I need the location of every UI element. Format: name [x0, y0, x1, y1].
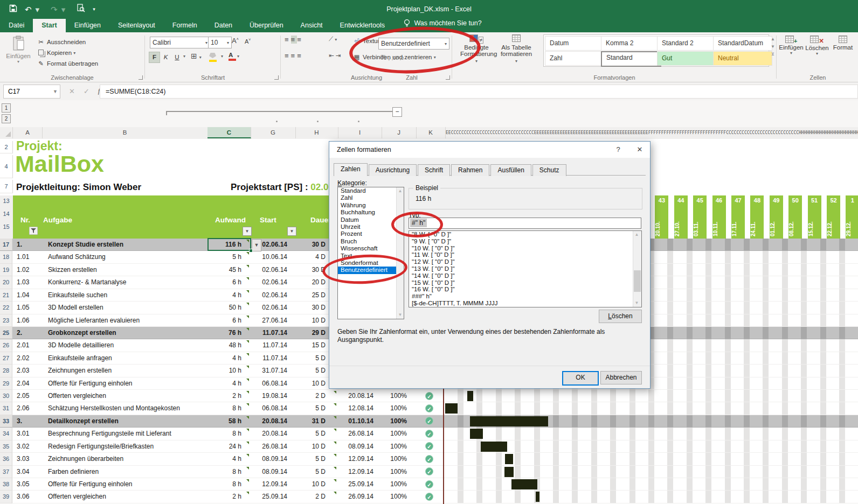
cell-start[interactable]: 12.09.14 [250, 478, 295, 491]
category-item-prozent[interactable]: Prozent [338, 230, 404, 237]
cell-effort[interactable]: 8 h [207, 428, 250, 440]
cell-task[interactable]: Einkaufsteile anfragen [41, 352, 207, 365]
font-size-select[interactable]: 10▾ [208, 37, 232, 48]
ribbon-tab-entwicklertools[interactable]: Entwicklertools [331, 19, 393, 32]
cell-duration[interactable]: 5 D [295, 402, 337, 415]
borders-icon[interactable]: ⊞ ▾ [191, 52, 202, 60]
formula-input[interactable]: =SUMME(C18:C24) [100, 85, 858, 99]
style-cell-gut[interactable]: Gut [657, 51, 716, 66]
vertical-align-icons[interactable]: ≡≡≡ [285, 36, 303, 44]
cell-end[interactable]: 12.08.14 [337, 402, 381, 415]
cell-effort[interactable]: 2 h [207, 491, 250, 503]
underline-button[interactable]: U [171, 52, 183, 63]
cell-percent[interactable]: 100% [381, 428, 416, 440]
cell-task[interactable]: Aufwand Schätzung [41, 251, 207, 263]
gantt-week-50[interactable]: 5008.12. [788, 195, 802, 239]
dialog-help-button[interactable]: ? [608, 142, 628, 158]
cell-nr[interactable]: 3. [12, 415, 41, 428]
cancel-button[interactable]: Abbrechen [600, 371, 642, 384]
row-header-4[interactable]: 4 [0, 155, 13, 178]
row-header-30[interactable]: 30 [0, 390, 12, 402]
dialog-tab-schutz[interactable]: Schutz [532, 164, 566, 176]
underline-dropdown-icon[interactable]: ▾ [183, 54, 185, 59]
cell-duration[interactable]: 10 D [295, 440, 337, 453]
cell-end[interactable]: 12.09.14 [337, 453, 381, 465]
category-item-wissenschaft[interactable]: Wissenschaft [338, 245, 404, 252]
grow-font-button[interactable]: A˄ [232, 37, 239, 45]
paste-button[interactable]: Einfügen ▾ [4, 36, 32, 64]
row-header-33[interactable]: 33 [0, 415, 12, 428]
style-cell-neutral[interactable]: Neutral [713, 51, 772, 66]
style-cell-datum[interactable]: Datum [545, 36, 604, 51]
cell-status[interactable]: ✓ [416, 428, 445, 440]
gantt-week-52[interactable]: 5222.12. [827, 195, 840, 239]
clipboard-dialog-launcher-icon[interactable] [139, 75, 143, 80]
cell-status[interactable]: ✓ [416, 390, 445, 402]
row-header-29[interactable]: 29 [0, 377, 12, 390]
filter-dropdown-start[interactable]: ▼ [287, 227, 296, 236]
bold-button[interactable]: F [149, 52, 160, 63]
font-color-dropdown-icon[interactable]: ▾ [237, 54, 239, 59]
cell-start[interactable]: 19.08.14 [250, 390, 295, 402]
cell-task[interactable]: Konkurrenz- & Martanalyse [41, 276, 207, 289]
cell-percent[interactable]: 100% [381, 415, 416, 428]
format-painter-button[interactable]: ✎Format übertragen [37, 58, 98, 69]
fill-handle[interactable] [249, 249, 253, 253]
cell-start[interactable]: 27.06.14 [250, 314, 295, 327]
format-item-6[interactable]: "14 W. [ "0" D ]" [409, 272, 641, 279]
cell-start[interactable]: 10.06.14 [250, 251, 295, 263]
cell-percent[interactable]: 100% [381, 390, 416, 402]
category-item-standard[interactable]: Standard [338, 187, 404, 194]
fill-color-icon[interactable] [209, 53, 217, 62]
cell-start[interactable]: 26.08.14 [250, 440, 295, 453]
ribbon-tab-überprüfen[interactable]: Überprüfen [241, 19, 292, 32]
filter-dropdown-effort[interactable]: ▼ [243, 227, 252, 236]
column-header-g[interactable]: G [251, 127, 296, 138]
number-dialog-launcher-icon[interactable] [446, 75, 450, 80]
cell-duration[interactable]: 5 D [295, 428, 337, 440]
column-header-a[interactable]: A [13, 127, 43, 138]
format-item-4[interactable]: "12 W. [ "0" D ]" [409, 258, 641, 265]
outline-level-1-button[interactable]: 1 [2, 103, 11, 113]
cell-effort[interactable]: 58 h [207, 415, 250, 428]
cell-effort[interactable]: 8 h [207, 478, 250, 491]
shrink-font-button[interactable]: A˅ [245, 38, 251, 45]
cell-nr[interactable]: 3.02 [12, 440, 41, 453]
gantt-week-47[interactable]: 4717.11. [731, 195, 745, 239]
cell-task[interactable]: Skizzen erstellen [41, 264, 207, 276]
format-item-1[interactable]: "9 W. [ "0" D ]" [409, 238, 641, 245]
ribbon-tab-ansicht[interactable]: Ansicht [292, 19, 331, 32]
cell-start[interactable]: 02.06.14 [250, 276, 295, 289]
cell-percent[interactable]: 100% [381, 491, 416, 503]
format-item-2[interactable]: "10 W. [ "0" D ]" [409, 245, 641, 252]
format-item-7[interactable]: "15 W. [ "0" D ]" [409, 279, 641, 286]
gantt-week-43[interactable]: 4320.10. [655, 195, 668, 239]
gantt-week-1[interactable]: 129.12. [846, 195, 858, 239]
row-header-21[interactable]: 21 [0, 289, 12, 302]
cell-effort[interactable]: 48 h [207, 339, 250, 352]
orientation-icon[interactable]: ⟋ ▾ [329, 36, 337, 43]
cell-duration[interactable]: 31 D [295, 415, 337, 428]
ribbon-tab-seitenlayout[interactable]: Seitenlayout [109, 19, 164, 32]
cell-task[interactable]: Redesign Fertigungsteile/Briefkasten [41, 440, 207, 453]
cell-status[interactable]: ✓ [416, 415, 445, 428]
cell-task[interactable]: Farben definieren [41, 466, 207, 478]
cell-start[interactable]: 02.06.14 [250, 302, 295, 314]
column-header-c[interactable]: C [207, 127, 251, 138]
row-header-19[interactable]: 19 [0, 264, 12, 276]
cell-task[interactable]: Zeichnungen erstellen [41, 365, 207, 377]
cell-duration[interactable]: 5 D [295, 453, 337, 465]
cell-nr[interactable]: 1.06 [12, 314, 41, 327]
cell-nr[interactable]: 3.05 [12, 478, 41, 491]
dialog-title-bar[interactable]: Zellen formatieren ? ✕ [329, 142, 650, 158]
cell-effort[interactable]: 24 h [207, 440, 250, 453]
cell-percent[interactable]: 100% [381, 466, 416, 478]
select-all-button[interactable] [0, 127, 13, 138]
collapse-group-button[interactable]: − [392, 107, 402, 117]
cell-percent[interactable]: 100% [381, 478, 416, 491]
filter-applied-icon[interactable] [29, 227, 38, 235]
cell-nr[interactable]: 2.03 [12, 365, 41, 377]
ribbon-tab-start[interactable]: Start [33, 19, 65, 32]
row-header-2[interactable]: 2 [0, 141, 13, 153]
column-header-h[interactable]: H [295, 127, 338, 138]
